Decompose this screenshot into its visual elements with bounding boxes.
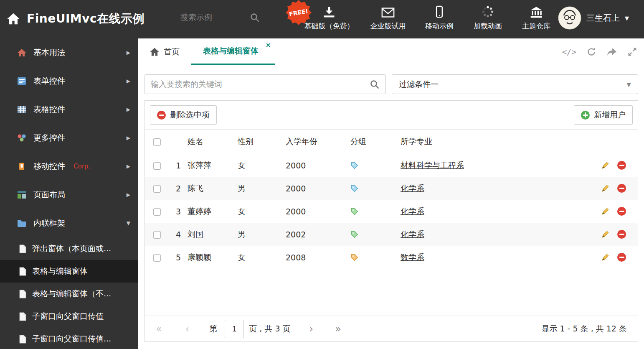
nav-label: 移动示例 [425, 21, 454, 31]
table-row: 1 张萍萍 女 2000 材料科学与工程系 [145, 154, 638, 177]
column-header-group: 分组 [350, 130, 401, 154]
edit-pencil-icon[interactable] [601, 161, 610, 170]
sidebar-item-label: 页面布局 [33, 189, 65, 200]
chevron-down-icon: ▼ [626, 81, 631, 88]
delete-row-icon[interactable] [617, 253, 626, 262]
app-title: FineUIMvc在线示例 [27, 11, 145, 27]
major-link[interactable]: 化学系 [401, 183, 424, 193]
delete-row-icon[interactable] [617, 161, 626, 170]
delete-selected-button[interactable]: 删除选中项 [150, 105, 217, 125]
tab-home[interactable]: 首页 [138, 38, 191, 65]
search-icon[interactable] [250, 13, 260, 23]
cell-year: 2008 [286, 246, 350, 269]
envelope-icon [381, 5, 395, 18]
refresh-icon[interactable] [586, 47, 596, 57]
sidebar-item-more-controls[interactable]: 更多控件 ▶ [0, 124, 138, 152]
filter-dropdown[interactable]: 过滤条件一 ▼ [392, 74, 638, 94]
top-search[interactable] [180, 13, 260, 23]
main-content: 首页 表格与编辑窗体 × </> [138, 38, 644, 349]
row-checkbox[interactable] [153, 231, 161, 239]
fullscreen-expand-icon[interactable] [627, 47, 637, 57]
page-count-label: 页 , 共 3 页 [249, 324, 290, 334]
edit-pencil-icon[interactable] [601, 253, 610, 262]
file-icon [19, 312, 26, 321]
sidebar-subitem-table-edit-window-2[interactable]: 表格与编辑窗体（不... [0, 283, 138, 305]
sidebar-item-form-controls[interactable]: 表单控件 ▶ [0, 67, 138, 95]
edit-pencil-icon[interactable] [601, 184, 610, 193]
sidebar-item-label: 移动控件 [33, 161, 65, 172]
row-checkbox[interactable] [153, 162, 161, 170]
source-code-icon[interactable]: </> [562, 47, 576, 56]
sidebar-subitem-popup-window[interactable]: 弹出窗体（本页面或... [0, 237, 138, 260]
sidebar-subitem-child-to-parent-2[interactable]: 子窗口向父窗口传值... [0, 328, 138, 349]
search-icon[interactable] [370, 79, 380, 89]
table-header-row: 姓名 性别 入学年份 分组 所学专业 [145, 130, 638, 154]
row-checkbox[interactable] [153, 185, 161, 193]
sidebar-subitem-table-edit-window[interactable]: 表格与编辑窗体 [0, 260, 138, 283]
chevron-right-icon: ▶ [127, 78, 130, 84]
tag-icon [350, 161, 401, 170]
delete-row-icon[interactable] [617, 184, 626, 193]
row-number: 2 [164, 177, 188, 200]
sidebar-item-mobile-controls[interactable]: 移动控件 Corp. ▶ [0, 152, 138, 181]
sidebar-subitem-child-to-parent[interactable]: 子窗口向父窗口传值 [0, 305, 138, 328]
major-link[interactable]: 材料科学与工程系 [401, 160, 464, 170]
chevron-down-icon: ▼ [625, 15, 629, 21]
sidebar-item-inline-frame[interactable]: 内联框架 ▼ [0, 209, 138, 237]
nav-basic-free[interactable]: 基础版（免费） [302, 5, 357, 31]
nav-theme-store[interactable]: 主题仓库 [516, 5, 556, 31]
sidebar-item-table-controls[interactable]: 表格控件 ▶ [0, 95, 138, 124]
delete-row-icon[interactable] [617, 207, 626, 216]
sidebar-subitem-label: 子窗口向父窗口传值 [32, 311, 104, 322]
major-link[interactable]: 化学系 [401, 206, 424, 216]
grid-toolbar: 删除选中项 新增用户 [145, 101, 638, 130]
close-icon[interactable]: × [266, 41, 271, 49]
tab-label: 首页 [164, 46, 180, 57]
sidebar-item-basic-usage[interactable]: 基本用法 ▶ [0, 38, 138, 67]
share-forward-icon[interactable] [606, 47, 617, 56]
brand[interactable]: FineUIMvc在线示例 [7, 11, 145, 27]
nav-mobile-demo[interactable]: 移动示例 [419, 5, 459, 31]
tag-icon [350, 253, 401, 262]
nav-loading-animation[interactable]: 加载动画 [468, 5, 508, 31]
row-number: 1 [164, 154, 188, 177]
row-checkbox[interactable] [153, 208, 161, 216]
cell-year: 2000 [286, 177, 350, 200]
file-icon [19, 290, 26, 298]
nav-enterprise-trial[interactable]: 企业版试用 [365, 5, 411, 31]
grid-panel: 删除选中项 新增用户 姓名 性别 [145, 100, 638, 342]
tab-tools: </> [562, 47, 637, 57]
sidebar-subitem-label: 子窗口向父窗口传值... [32, 334, 111, 344]
chevron-right-icon: ▶ [127, 163, 130, 169]
table-row: 4 刘国 男 2002 化学系 [145, 223, 638, 246]
column-header-actions [583, 130, 638, 154]
user-menu[interactable]: 三生石上 ▼ [558, 6, 629, 30]
keyword-search-box[interactable] [145, 74, 386, 94]
file-icon [19, 335, 26, 344]
top-search-input[interactable] [180, 13, 239, 22]
major-link[interactable]: 化学系 [401, 229, 424, 239]
page-number-input[interactable] [225, 320, 244, 338]
row-number: 4 [164, 223, 188, 246]
dots-icon [17, 134, 27, 142]
edit-pencil-icon[interactable] [601, 230, 610, 239]
add-user-button[interactable]: 新增用户 [574, 105, 633, 125]
sidebar-item-label: 基本用法 [33, 47, 65, 58]
keyword-search-input[interactable] [151, 80, 370, 89]
last-page-button[interactable]: » [335, 323, 341, 335]
row-checkbox[interactable] [153, 254, 161, 262]
top-bar: FineUIMvc在线示例 FREE! 基础版（免费） 企业版试用 [0, 0, 644, 38]
select-all-checkbox[interactable] [153, 138, 161, 146]
delete-row-icon[interactable] [617, 230, 626, 239]
tab-table-edit-window[interactable]: 表格与编辑窗体 × [191, 38, 275, 65]
first-page-button[interactable]: « [156, 323, 162, 335]
next-page-button[interactable]: › [309, 323, 314, 335]
file-icon [19, 267, 26, 276]
cell-name: 康颖颖 [188, 246, 238, 269]
edit-pencil-icon[interactable] [601, 207, 610, 216]
prev-page-button[interactable]: ‹ [185, 323, 190, 335]
tag-icon [350, 207, 401, 216]
sidebar-item-page-layout[interactable]: 页面布局 ▶ [0, 181, 138, 209]
data-table: 姓名 性别 入学年份 分组 所学专业 1 张萍萍 女 2000 [145, 130, 638, 269]
major-link[interactable]: 数学系 [401, 252, 424, 262]
